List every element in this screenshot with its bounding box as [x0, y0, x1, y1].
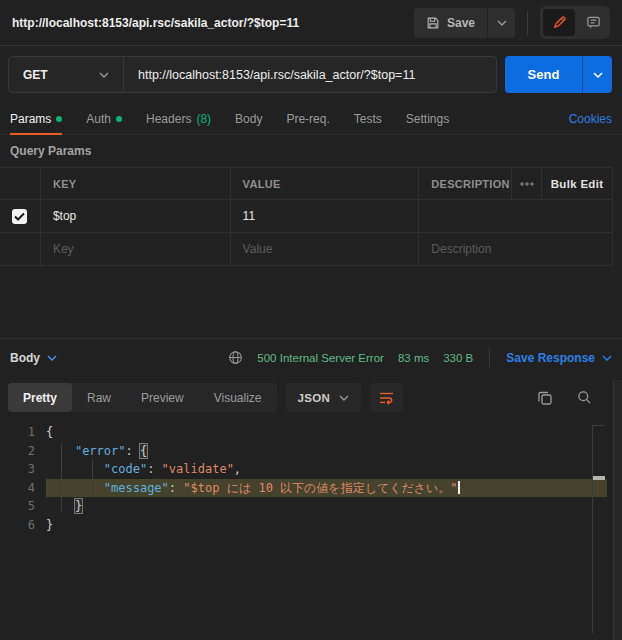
view-tab-preview[interactable]: Preview [126, 383, 199, 412]
view-tab-visualize[interactable]: Visualize [199, 383, 277, 412]
save-response-label: Save Response [506, 351, 595, 365]
param-key-input[interactable] [53, 209, 218, 223]
tab-pre-request-label: Pre-req. [286, 112, 329, 126]
cookies-link[interactable]: Cookies [569, 112, 612, 126]
bulk-edit-button[interactable]: Bulk Edit [541, 168, 612, 199]
tab-headers-label: Headers [146, 112, 191, 126]
status-code: 500 [257, 352, 276, 364]
copy-button[interactable] [537, 390, 553, 406]
check-icon [14, 212, 25, 221]
format-label: JSON [298, 392, 331, 404]
code-lines: 1{2 "error": {3 "code": "validate",4 "me… [0, 423, 622, 534]
edit-button[interactable] [543, 9, 575, 36]
new-param-value-input[interactable] [243, 242, 407, 256]
query-params-heading: Query Params [10, 144, 91, 158]
format-dropdown[interactable]: JSON [286, 383, 362, 412]
response-time[interactable]: 83 ms [398, 352, 429, 364]
save-button[interactable]: Save [414, 8, 487, 38]
chevron-down-icon [47, 355, 57, 361]
meta-divider [489, 349, 490, 367]
tab-params[interactable]: Params [10, 104, 62, 134]
send-options-button[interactable] [582, 56, 612, 93]
tab-settings[interactable]: Settings [406, 104, 449, 134]
chevron-down-icon [593, 72, 603, 78]
editor-scrollbar-thumb[interactable] [593, 476, 605, 480]
edit-comment-group [540, 6, 610, 39]
request-tabs: Params Auth Headers (8) Body Pre-req. Te… [0, 104, 622, 135]
topbar-divider [527, 11, 528, 35]
pencil-icon [552, 15, 567, 30]
view-tab-raw[interactable]: Raw [72, 383, 126, 412]
headers-count-badge: (8) [196, 112, 211, 126]
request-tab-title[interactable]: http://localhost:8153/api.rsc/sakila_act… [12, 16, 414, 30]
tab-settings-label: Settings [406, 112, 449, 126]
request-url-bar: GET [8, 56, 497, 93]
copy-icon [537, 390, 553, 406]
view-tab-pretty[interactable]: Pretty [8, 383, 72, 412]
response-size[interactable]: 330 B [443, 352, 473, 364]
url-input[interactable] [124, 57, 496, 92]
response-code-editor[interactable]: 1{2 "error": {3 "code": "validate",4 "me… [0, 414, 622, 640]
line-number: 1 [0, 423, 46, 442]
code-line: 3 "code": "validate", [0, 460, 622, 479]
param-checkbox[interactable] [12, 209, 27, 224]
more-options-button[interactable] [511, 168, 541, 199]
new-param-description-input[interactable] [431, 242, 600, 256]
response-body-label: Body [10, 351, 40, 365]
response-view-tabs: Pretty Raw Preview Visualize [8, 383, 277, 412]
param-description-input[interactable] [431, 209, 600, 223]
code-line: 6} [0, 516, 622, 535]
line-number: 4 [0, 479, 46, 498]
toolbar-right-icons [537, 390, 608, 406]
save-split-button: Save [414, 8, 515, 38]
line-number: 5 [0, 497, 46, 516]
wrap-lines-button[interactable] [370, 383, 403, 412]
param-checkbox-cell [0, 200, 40, 232]
indent-guide [61, 443, 62, 511]
send-split-button: Send [505, 56, 612, 93]
send-button[interactable]: Send [505, 56, 582, 93]
code-line: 4 "message": "$top には 10 以下の値を指定してください。" [0, 479, 622, 498]
pane-scrollbar-track[interactable] [613, 380, 622, 640]
line-number: 6 [0, 516, 46, 535]
tab-tests[interactable]: Tests [354, 104, 382, 134]
query-params-table: KEY VALUE DESCRIPTION Bulk Edit [0, 167, 613, 266]
save-options-button[interactable] [487, 8, 515, 38]
column-header-value: VALUE [230, 168, 419, 199]
tab-pre-request[interactable]: Pre-req. [286, 104, 329, 134]
tab-body[interactable]: Body [235, 104, 262, 134]
globe-icon [228, 350, 243, 365]
response-header: Body 500 Internal Server Error 83 ms 330… [0, 339, 622, 376]
auth-status-dot [116, 116, 122, 122]
column-header-key: KEY [40, 168, 230, 199]
tab-tests-label: Tests [354, 112, 382, 126]
line-number: 2 [0, 442, 46, 461]
tab-headers[interactable]: Headers (8) [146, 104, 211, 134]
save-icon [426, 16, 440, 30]
chevron-down-icon [339, 395, 349, 401]
chevron-down-icon [99, 72, 109, 78]
tab-auth[interactable]: Auth [86, 104, 122, 134]
search-button[interactable] [577, 390, 592, 405]
comment-button[interactable] [579, 9, 607, 36]
more-dots-icon [520, 182, 534, 186]
response-status[interactable]: 500 Internal Server Error [257, 352, 384, 364]
method-label: GET [23, 68, 48, 82]
code-line: 1{ [0, 423, 622, 442]
code-line: 5 } [0, 497, 622, 516]
request-tab-bar: http://localhost:8153/api.rsc/sakila_act… [0, 0, 622, 46]
param-value-input[interactable] [243, 209, 407, 223]
column-header-description: DESCRIPTION [418, 168, 511, 199]
params-header-row: KEY VALUE DESCRIPTION Bulk Edit [0, 168, 612, 200]
line-number: 3 [0, 460, 46, 479]
method-selector[interactable]: GET [9, 57, 123, 92]
response-body-dropdown[interactable]: Body [10, 351, 57, 365]
empty-checkbox-cell [0, 233, 40, 265]
comment-icon [586, 15, 601, 30]
save-response-button[interactable]: Save Response [506, 351, 612, 365]
new-param-key-input[interactable] [53, 242, 218, 256]
search-icon [577, 390, 592, 405]
tab-params-label: Params [10, 112, 51, 126]
tab-auth-label: Auth [86, 112, 111, 126]
wrap-text-icon [379, 391, 394, 405]
